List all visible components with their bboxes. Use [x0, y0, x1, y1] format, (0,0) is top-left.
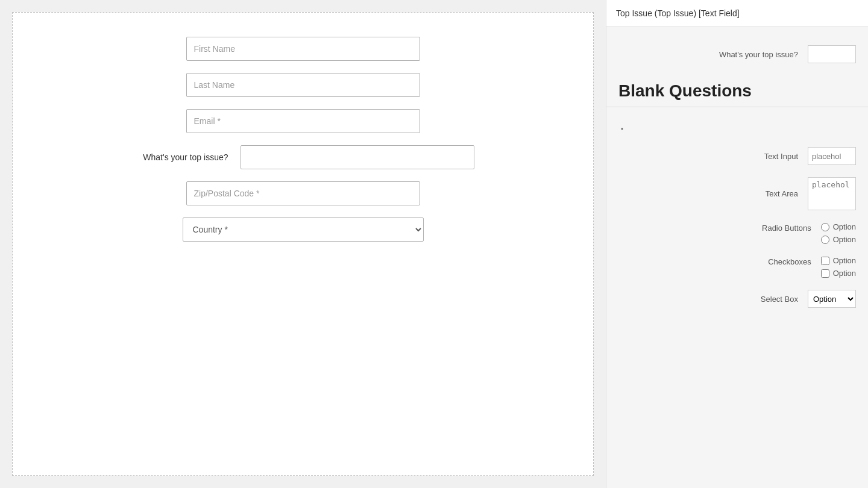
- right-text-area[interactable]: [808, 177, 856, 210]
- right-text-input-row: Text Input: [606, 141, 868, 171]
- left-panel: What's your top issue? Country * United …: [0, 0, 606, 488]
- top-issue-label: What's your top issue?: [132, 152, 228, 162]
- right-checkbox-label: Checkboxes: [768, 256, 811, 266]
- right-panel-header: Top Issue (Top Issue) [Text Field]: [606, 0, 868, 27]
- blank-questions-title: Blank Questions: [606, 69, 868, 107]
- checkbox-option-1[interactable]: Option: [821, 256, 856, 265]
- checkbox-input-1[interactable]: [821, 257, 829, 265]
- right-checkbox-row: Checkboxes Option Option: [606, 250, 868, 284]
- last-name-input[interactable]: [186, 73, 420, 97]
- top-issue-row: What's your top issue?: [13, 145, 593, 169]
- right-select-input[interactable]: Option: [808, 290, 856, 308]
- right-header-text: Top Issue (Top Issue) [Text Field]: [616, 8, 740, 18]
- blank-questions-heading: Blank Questions: [618, 81, 752, 100]
- checkbox-option-2[interactable]: Option: [821, 269, 856, 278]
- country-row: Country * United States Canada United Ki…: [13, 217, 593, 242]
- zip-row: [13, 181, 593, 205]
- right-panel: Top Issue (Top Issue) [Text Field] What'…: [606, 0, 868, 488]
- radio-input-1[interactable]: [821, 223, 829, 231]
- right-radio-label: Radio Buttons: [762, 222, 811, 233]
- right-top-issue-input[interactable]: [808, 45, 856, 63]
- radio-option-1[interactable]: Option: [821, 222, 856, 231]
- divider: [606, 107, 868, 107]
- right-select-label: Select Box: [761, 295, 798, 304]
- right-text-input[interactable]: [808, 147, 856, 165]
- radio-group: Option Option: [821, 222, 856, 244]
- first-name-row: [13, 37, 593, 61]
- radio-option-2-label: Option: [833, 235, 856, 244]
- right-text-area-label: Text Area: [766, 189, 798, 198]
- checkbox-option-2-label: Option: [833, 269, 856, 278]
- right-text-area-row: Text Area: [606, 171, 868, 216]
- checkbox-group: Option Option: [821, 256, 856, 278]
- right-select-row: Select Box Option: [606, 284, 868, 314]
- radio-option-1-label: Option: [833, 222, 856, 231]
- radio-option-2[interactable]: Option: [821, 235, 856, 244]
- zip-input[interactable]: [186, 181, 420, 205]
- last-name-row: [13, 73, 593, 97]
- right-top-issue-label: What's your top issue?: [719, 50, 798, 59]
- country-select[interactable]: Country * United States Canada United Ki…: [183, 217, 424, 242]
- email-input[interactable]: [186, 109, 420, 133]
- right-top-issue-row: What's your top issue?: [606, 39, 868, 69]
- top-issue-input[interactable]: [241, 145, 474, 169]
- checkbox-option-1-label: Option: [833, 256, 856, 265]
- cursor-area: ⬞: [606, 117, 868, 141]
- right-text-input-label: Text Input: [764, 152, 798, 161]
- cursor-icon: ⬞: [618, 122, 626, 136]
- first-name-input[interactable]: [186, 37, 420, 61]
- right-radio-row: Radio Buttons Option Option: [606, 216, 868, 250]
- radio-input-2[interactable]: [821, 236, 829, 244]
- right-panel-content: What's your top issue? Blank Questions ⬞…: [606, 27, 868, 326]
- email-row: [13, 109, 593, 133]
- checkbox-input-2[interactable]: [821, 269, 829, 278]
- form-container: What's your top issue? Country * United …: [12, 12, 594, 476]
